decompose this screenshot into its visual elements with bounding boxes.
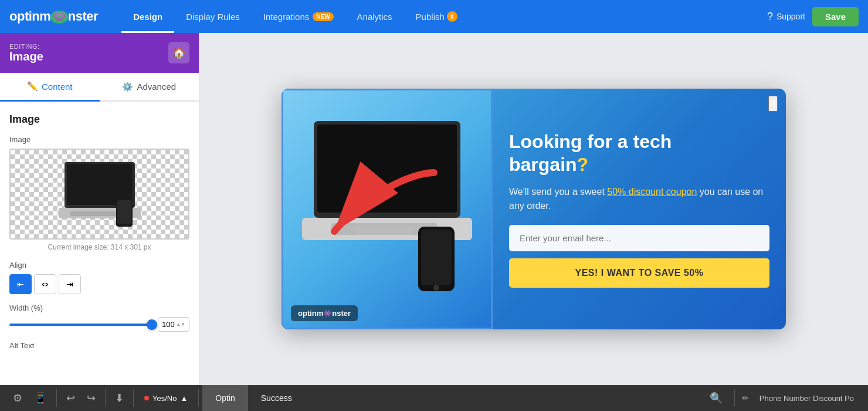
popup-subtitle: We'll send you a sweet 50% discount coup… — [509, 185, 769, 213]
mobile-icon[interactable]: 📱 — [28, 392, 53, 405]
editing-label: EDITING: — [9, 43, 43, 50]
integrations-badge: NEW — [313, 12, 333, 21]
align-section: Align ⇤ ⇔ ⇥ — [9, 261, 189, 294]
yes-no-toggle[interactable]: Yes/No ▲ — [137, 394, 195, 403]
sidebar-tabs: ✏️ Content ⚙️ Advanced — [0, 73, 199, 102]
align-center-button[interactable]: ⇔ — [34, 274, 56, 294]
tab-optin[interactable]: Optin — [202, 385, 247, 411]
separator-5 — [734, 389, 735, 407]
red-dot — [144, 396, 149, 400]
width-label: Width (%) — [9, 304, 189, 312]
top-nav: optinm👾nster Design Display Rules Integr… — [0, 0, 868, 33]
pencil-icon: ✏️ — [27, 81, 38, 92]
tab-design[interactable]: Design — [121, 0, 174, 33]
sidebar-content: Image Image Current image size: 314 x 30… — [0, 102, 199, 385]
popup-title: Looking for a tech bargain? — [509, 130, 769, 176]
sidebar: EDITING: Image 🏠 ✏️ Content ⚙️ Advanced … — [0, 33, 199, 385]
separator-2 — [105, 389, 106, 407]
cta-button[interactable]: YES! I WANT TO SAVE 50% — [509, 258, 769, 288]
redo-icon[interactable]: ↪ — [81, 392, 101, 405]
align-label: Align — [9, 261, 189, 269]
om-brand: optinm👾nster — [291, 305, 358, 321]
save-button[interactable]: Save — [812, 7, 859, 26]
tab-success[interactable]: Success — [248, 385, 305, 411]
logo-text: optinm👾nster — [9, 9, 98, 24]
bottom-bar-right: 🔍 ✏ Phone Number Discount Po — [705, 389, 861, 407]
svg-rect-5 — [117, 200, 131, 224]
align-buttons: ⇤ ⇔ ⇥ — [9, 274, 189, 294]
chevron-up-icon: ▲ — [180, 394, 188, 403]
svg-rect-12 — [421, 230, 452, 285]
discount-link[interactable]: 50% discount coupon — [607, 187, 697, 197]
undo-icon[interactable]: ↩ — [60, 392, 81, 405]
width-input[interactable]: 100 ▲▼ — [158, 317, 189, 332]
alt-text-label: Alt Text — [9, 341, 189, 350]
popup-laptop-bg — [283, 90, 491, 328]
width-section: Width (%) 100 ▲▼ — [9, 304, 189, 332]
page-label: Phone Number Discount Po — [752, 394, 861, 403]
bottom-bar: ⚙ 📱 ↩ ↪ ⬇ Yes/No ▲ Optin Success 🔍 ✏ Pho… — [0, 385, 868, 411]
nav-right: ? Support Save — [767, 7, 859, 26]
image-preview[interactable] — [9, 149, 189, 240]
support-button[interactable]: ? Support — [767, 11, 805, 23]
sliders-icon: ⚙️ — [122, 82, 133, 92]
separator-3 — [133, 389, 134, 407]
sidebar-header: EDITING: Image 🏠 — [0, 33, 199, 73]
search-icon[interactable]: 🔍 — [705, 392, 727, 405]
stepper-arrows[interactable]: ▲▼ — [176, 322, 185, 327]
align-right-button[interactable]: ⇥ — [59, 274, 81, 294]
home-button[interactable]: 🏠 — [168, 42, 189, 63]
editing-info: EDITING: Image — [9, 43, 43, 63]
main-layout: EDITING: Image 🏠 ✏️ Content ⚙️ Advanced … — [0, 33, 868, 385]
publish-badge: ii — [447, 11, 457, 22]
email-input[interactable] — [509, 225, 769, 251]
svg-point-13 — [433, 285, 439, 291]
image-size-label: Current image size: 314 x 301 px — [9, 243, 189, 251]
logo-area: optinm👾nster — [9, 9, 98, 24]
question-icon: ? — [767, 11, 773, 23]
svg-rect-7 — [317, 124, 457, 213]
popup-laptop-svg — [290, 103, 484, 315]
download-icon[interactable]: ⬇ — [109, 392, 130, 405]
tab-integrations[interactable]: Integrations NEW — [252, 0, 345, 33]
settings-icon[interactable]: ⚙ — [7, 392, 28, 405]
separator-1 — [56, 389, 57, 407]
edit-icon: ✏ — [742, 393, 749, 403]
tab-advanced[interactable]: ⚙️ Advanced — [100, 73, 199, 100]
popup: × — [282, 89, 786, 329]
popup-content-section: Looking for a tech bargain? We'll send y… — [493, 89, 786, 329]
editing-value: Image — [9, 50, 43, 63]
image-field-label: Image — [9, 135, 189, 144]
popup-close-button[interactable]: × — [768, 96, 778, 112]
section-title: Image — [9, 113, 189, 126]
laptop-preview-svg — [53, 156, 147, 233]
tab-publish[interactable]: Publish ii — [404, 0, 469, 33]
width-slider[interactable] — [9, 324, 152, 326]
popup-image-section — [282, 89, 493, 329]
svg-rect-10 — [355, 227, 413, 234]
separator-4 — [198, 389, 199, 407]
tab-content[interactable]: ✏️ Content — [0, 73, 100, 102]
tab-analytics[interactable]: Analytics — [345, 0, 404, 33]
nav-tabs: Design Display Rules Integrations NEW An… — [121, 0, 767, 33]
align-left-button[interactable]: ⇤ — [9, 274, 32, 294]
canvas-area: × — [199, 33, 868, 385]
width-row: 100 ▲▼ — [9, 317, 189, 332]
tab-display-rules[interactable]: Display Rules — [174, 0, 252, 33]
